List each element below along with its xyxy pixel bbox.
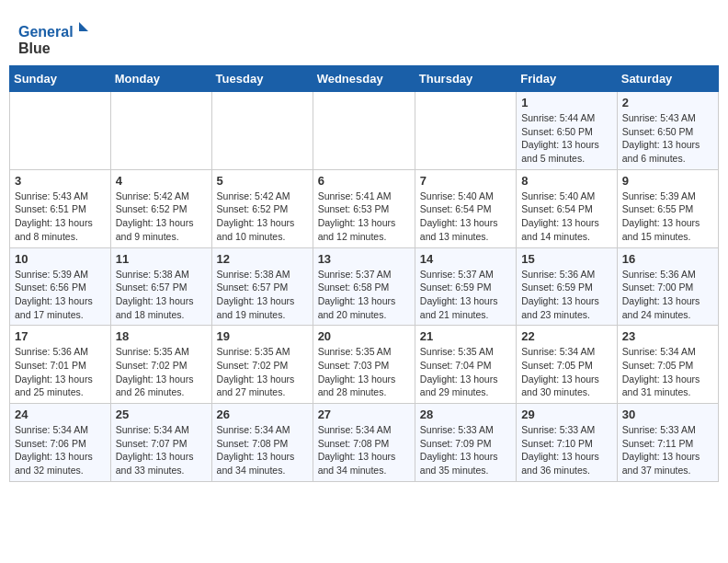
day-info: Sunrise: 5:34 AMSunset: 7:07 PMDaylight:… <box>116 423 207 477</box>
day-number: 28 <box>420 408 511 421</box>
day-info: Sunrise: 5:35 AMSunset: 7:02 PMDaylight:… <box>116 345 207 399</box>
day-info: Sunrise: 5:34 AMSunset: 7:05 PMDaylight:… <box>521 345 612 399</box>
day-number: 5 <box>217 174 308 188</box>
day-info: Sunrise: 5:34 AMSunset: 7:08 PMDaylight:… <box>318 423 410 477</box>
day-number: 14 <box>420 252 511 266</box>
day-info: Sunrise: 5:34 AMSunset: 7:05 PMDaylight:… <box>622 345 713 399</box>
calendar-cell: 27Sunrise: 5:34 AMSunset: 7:08 PMDayligh… <box>313 404 415 482</box>
svg-marker-1 <box>79 22 88 31</box>
day-info: Sunrise: 5:40 AMSunset: 6:54 PMDaylight:… <box>521 190 612 244</box>
svg-text:General: General <box>18 24 74 40</box>
svg-text:Blue: Blue <box>18 40 51 56</box>
calendar-cell <box>313 92 415 170</box>
calendar-cell: 12Sunrise: 5:38 AMSunset: 6:57 PMDayligh… <box>211 247 313 326</box>
calendar-cell: 4Sunrise: 5:42 AMSunset: 6:52 PMDaylight… <box>110 169 211 247</box>
day-number: 25 <box>116 408 207 421</box>
day-info: Sunrise: 5:36 AMSunset: 7:01 PMDaylight:… <box>15 345 106 399</box>
day-number: 8 <box>521 174 612 188</box>
day-number: 3 <box>15 174 106 188</box>
day-info: Sunrise: 5:42 AMSunset: 6:52 PMDaylight:… <box>217 190 308 244</box>
day-number: 27 <box>318 408 410 421</box>
calendar-cell: 10Sunrise: 5:39 AMSunset: 6:56 PMDayligh… <box>10 247 111 326</box>
day-info: Sunrise: 5:33 AMSunset: 7:10 PMDaylight:… <box>521 423 612 477</box>
day-info: Sunrise: 5:35 AMSunset: 7:03 PMDaylight:… <box>318 345 410 399</box>
day-number: 11 <box>116 252 207 266</box>
day-number: 30 <box>622 408 713 421</box>
calendar-cell: 30Sunrise: 5:33 AMSunset: 7:11 PMDayligh… <box>617 404 718 482</box>
column-header-monday: Monday <box>110 66 211 92</box>
calendar-cell <box>10 92 111 170</box>
day-info: Sunrise: 5:35 AMSunset: 7:02 PMDaylight:… <box>217 345 308 399</box>
column-header-saturday: Saturday <box>617 66 718 92</box>
day-number: 15 <box>521 252 612 266</box>
day-info: Sunrise: 5:44 AMSunset: 6:50 PMDaylight:… <box>521 111 612 166</box>
calendar-cell: 5Sunrise: 5:42 AMSunset: 6:52 PMDaylight… <box>211 169 313 247</box>
calendar-cell: 7Sunrise: 5:40 AMSunset: 6:54 PMDaylight… <box>415 169 516 247</box>
calendar-cell: 3Sunrise: 5:43 AMSunset: 6:51 PMDaylight… <box>10 169 111 247</box>
calendar-cell: 15Sunrise: 5:36 AMSunset: 6:59 PMDayligh… <box>517 247 618 326</box>
day-number: 16 <box>622 252 713 266</box>
column-header-tuesday: Tuesday <box>211 66 313 92</box>
day-number: 10 <box>15 252 106 266</box>
calendar-cell: 17Sunrise: 5:36 AMSunset: 7:01 PMDayligh… <box>10 326 111 404</box>
day-number: 22 <box>521 329 612 343</box>
day-info: Sunrise: 5:38 AMSunset: 6:57 PMDaylight:… <box>116 268 207 322</box>
day-info: Sunrise: 5:43 AMSunset: 6:50 PMDaylight:… <box>622 111 713 166</box>
calendar-cell: 9Sunrise: 5:39 AMSunset: 6:55 PMDaylight… <box>617 169 718 247</box>
calendar-cell: 25Sunrise: 5:34 AMSunset: 7:07 PMDayligh… <box>110 404 211 482</box>
day-number: 13 <box>318 252 410 266</box>
day-number: 7 <box>420 174 511 188</box>
day-number: 18 <box>116 329 207 343</box>
calendar-cell: 6Sunrise: 5:41 AMSunset: 6:53 PMDaylight… <box>313 169 415 247</box>
day-info: Sunrise: 5:33 AMSunset: 7:11 PMDaylight:… <box>622 423 713 477</box>
day-info: Sunrise: 5:39 AMSunset: 6:56 PMDaylight:… <box>15 268 106 322</box>
column-header-thursday: Thursday <box>415 66 516 92</box>
day-number: 24 <box>15 408 106 421</box>
calendar-cell <box>415 92 516 170</box>
day-info: Sunrise: 5:41 AMSunset: 6:53 PMDaylight:… <box>318 190 410 244</box>
column-header-sunday: Sunday <box>10 66 111 92</box>
day-number: 26 <box>217 408 308 421</box>
calendar-cell: 13Sunrise: 5:37 AMSunset: 6:58 PMDayligh… <box>313 247 415 326</box>
calendar-cell: 18Sunrise: 5:35 AMSunset: 7:02 PMDayligh… <box>110 326 211 404</box>
calendar-cell <box>211 92 313 170</box>
logo-svg: General Blue <box>18 18 92 60</box>
calendar-cell: 20Sunrise: 5:35 AMSunset: 7:03 PMDayligh… <box>313 326 415 404</box>
calendar-cell: 22Sunrise: 5:34 AMSunset: 7:05 PMDayligh… <box>517 326 618 404</box>
page-header: General Blue <box>9 9 719 65</box>
day-info: Sunrise: 5:37 AMSunset: 6:59 PMDaylight:… <box>420 268 511 322</box>
calendar-cell: 28Sunrise: 5:33 AMSunset: 7:09 PMDayligh… <box>415 404 516 482</box>
calendar-cell: 8Sunrise: 5:40 AMSunset: 6:54 PMDaylight… <box>517 169 618 247</box>
day-info: Sunrise: 5:36 AMSunset: 6:59 PMDaylight:… <box>521 268 612 322</box>
logo: General Blue <box>18 18 92 60</box>
day-info: Sunrise: 5:42 AMSunset: 6:52 PMDaylight:… <box>116 190 207 244</box>
day-info: Sunrise: 5:35 AMSunset: 7:04 PMDaylight:… <box>420 345 511 399</box>
day-number: 20 <box>318 329 410 343</box>
day-number: 21 <box>420 329 511 343</box>
calendar-cell: 2Sunrise: 5:43 AMSunset: 6:50 PMDaylight… <box>617 92 718 170</box>
day-info: Sunrise: 5:33 AMSunset: 7:09 PMDaylight:… <box>420 423 511 477</box>
calendar-cell: 14Sunrise: 5:37 AMSunset: 6:59 PMDayligh… <box>415 247 516 326</box>
day-info: Sunrise: 5:34 AMSunset: 7:08 PMDaylight:… <box>217 423 308 477</box>
calendar-cell: 24Sunrise: 5:34 AMSunset: 7:06 PMDayligh… <box>10 404 111 482</box>
day-info: Sunrise: 5:39 AMSunset: 6:55 PMDaylight:… <box>622 190 713 244</box>
day-number: 1 <box>521 96 612 109</box>
day-info: Sunrise: 5:37 AMSunset: 6:58 PMDaylight:… <box>318 268 410 322</box>
day-number: 4 <box>116 174 207 188</box>
calendar-cell: 16Sunrise: 5:36 AMSunset: 7:00 PMDayligh… <box>617 247 718 326</box>
day-number: 9 <box>622 174 713 188</box>
calendar-cell: 26Sunrise: 5:34 AMSunset: 7:08 PMDayligh… <box>211 404 313 482</box>
calendar-cell: 29Sunrise: 5:33 AMSunset: 7:10 PMDayligh… <box>517 404 618 482</box>
calendar-cell: 21Sunrise: 5:35 AMSunset: 7:04 PMDayligh… <box>415 326 516 404</box>
day-number: 12 <box>217 252 308 266</box>
calendar-cell: 1Sunrise: 5:44 AMSunset: 6:50 PMDaylight… <box>517 92 618 170</box>
day-number: 29 <box>521 408 612 421</box>
day-info: Sunrise: 5:40 AMSunset: 6:54 PMDaylight:… <box>420 190 511 244</box>
calendar-cell: 23Sunrise: 5:34 AMSunset: 7:05 PMDayligh… <box>617 326 718 404</box>
calendar-cell: 19Sunrise: 5:35 AMSunset: 7:02 PMDayligh… <box>211 326 313 404</box>
column-header-friday: Friday <box>517 66 618 92</box>
calendar-table: SundayMondayTuesdayWednesdayThursdayFrid… <box>9 65 719 482</box>
calendar-cell: 11Sunrise: 5:38 AMSunset: 6:57 PMDayligh… <box>110 247 211 326</box>
day-info: Sunrise: 5:38 AMSunset: 6:57 PMDaylight:… <box>217 268 308 322</box>
day-info: Sunrise: 5:34 AMSunset: 7:06 PMDaylight:… <box>15 423 106 477</box>
